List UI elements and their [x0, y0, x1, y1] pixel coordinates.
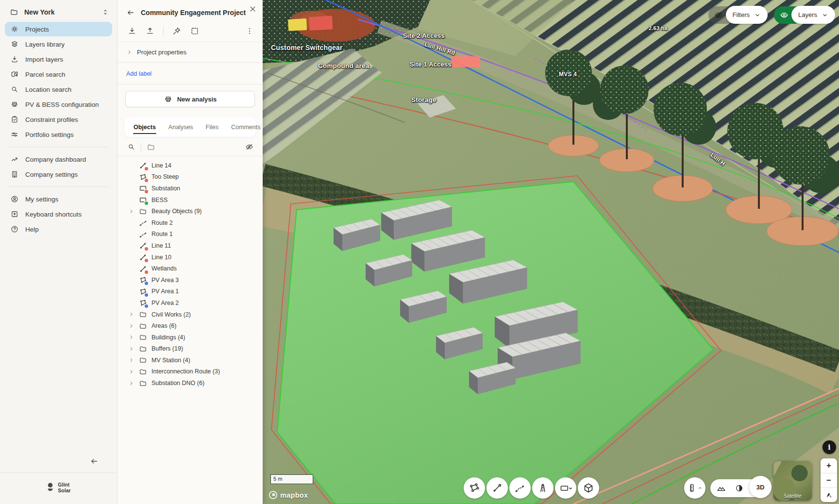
- object-label: Route 1: [151, 231, 173, 237]
- sidebar-nav-company: Company dashboard Company settings: [0, 151, 117, 182]
- unfold-more-icon[interactable]: [101, 8, 109, 16]
- sidebar-nav-item[interactable]: PV & BESS configuration: [5, 97, 112, 112]
- more-options-button[interactable]: [245, 27, 254, 35]
- contrast-icon[interactable]: [735, 484, 744, 493]
- sidebar-nav-item[interactable]: Parcel search: [5, 67, 112, 82]
- collapse-sidebar-button[interactable]: [90, 457, 99, 466]
- object-row[interactable]: Line 10: [117, 252, 263, 263]
- object-row[interactable]: Civil Works (2): [117, 309, 263, 320]
- object-row[interactable]: Beauty Objects (9): [117, 205, 263, 217]
- nav-item-icon: [10, 85, 19, 94]
- download-button[interactable]: [127, 26, 137, 36]
- sidebar-nav-item[interactable]: Help: [5, 222, 112, 236]
- object-row[interactable]: Buffers (19): [117, 343, 263, 355]
- chevron-right-icon[interactable]: [128, 369, 134, 375]
- map-annotation-label[interactable]: Storage: [411, 96, 436, 103]
- object-row[interactable]: Line 14: [117, 160, 263, 171]
- object-row[interactable]: Route 2: [117, 217, 263, 229]
- draw-line-button[interactable]: [487, 477, 508, 499]
- panel-tab[interactable]: Comments: [225, 118, 267, 137]
- object-label: Areas (6): [151, 322, 176, 329]
- map-annotation-label[interactable]: Site 2 Access: [403, 32, 445, 39]
- sidebar-nav-item[interactable]: Company dashboard: [5, 152, 112, 167]
- sidebar-nav-item[interactable]: Layers library: [5, 37, 112, 51]
- panel-tab[interactable]: Files: [200, 118, 225, 137]
- nav-item-label: Import layers: [25, 56, 63, 63]
- new-folder-icon[interactable]: [147, 143, 155, 151]
- object-row[interactable]: Substation DNO (6): [117, 377, 263, 389]
- select-area-button[interactable]: [190, 26, 200, 36]
- map-annotation-label[interactable]: MVS 4: [559, 71, 577, 78]
- sidebar-nav-item[interactable]: Constraint profiles: [5, 112, 112, 127]
- object-row[interactable]: PV Area 3: [117, 274, 263, 286]
- back-icon[interactable]: [126, 8, 135, 17]
- sidebar-nav-item[interactable]: Location search: [5, 82, 112, 97]
- compass-button[interactable]: [821, 487, 837, 502]
- pin-button[interactable]: [172, 26, 182, 36]
- sidebar-nav-item[interactable]: Portfolio settings: [5, 127, 112, 142]
- draw-road-button[interactable]: [532, 477, 554, 499]
- nav-item-icon: [10, 55, 19, 64]
- chevron-right-icon[interactable]: [128, 323, 134, 329]
- add-label-link[interactable]: Add label: [126, 70, 151, 77]
- sidebar-nav-item[interactable]: My settings: [5, 192, 112, 206]
- panel-tab[interactable]: Analyses: [162, 118, 200, 137]
- map-annotation-label[interactable]: Compound area: [318, 62, 369, 69]
- object-label: Beauty Objects (9): [151, 208, 202, 215]
- object-row[interactable]: MV Station (4): [117, 354, 263, 366]
- zoom-in-button[interactable]: +: [821, 458, 837, 473]
- chevron-right-icon[interactable]: [128, 208, 134, 215]
- chevron-right-icon[interactable]: [128, 311, 134, 318]
- sidebar-nav-item[interactable]: Import layers: [5, 52, 112, 67]
- chevron-right-icon[interactable]: [128, 334, 134, 340]
- object-type-icon: [139, 356, 147, 364]
- zoom-out-button[interactable]: −: [821, 473, 837, 487]
- filters-control-group: Filters: [708, 6, 768, 24]
- workspace-switcher[interactable]: New York: [0, 5, 117, 21]
- object-row[interactable]: Substation: [117, 183, 263, 194]
- layers-dropdown[interactable]: Layers: [791, 6, 835, 24]
- object-row[interactable]: PV Area 2: [117, 297, 263, 309]
- tab-label: Comments: [231, 124, 260, 131]
- map-annotation-label[interactable]: 2.63 ha: [649, 25, 668, 31]
- new-analysis-button[interactable]: New analysis: [125, 91, 255, 107]
- filters-dropdown[interactable]: Filters: [726, 6, 768, 24]
- draw-route-button[interactable]: [509, 477, 531, 499]
- chevron-right-icon[interactable]: [128, 357, 134, 363]
- map-canvas[interactable]: Customer Switchgear Site 2 Access Lull H…: [263, 0, 839, 504]
- object-row[interactable]: Route 1: [117, 229, 263, 240]
- hide-all-icon[interactable]: [245, 142, 254, 151]
- upload-button[interactable]: [145, 26, 155, 36]
- draw-3d-object-button[interactable]: [578, 477, 599, 499]
- object-row[interactable]: Interconnection Route (3): [117, 366, 263, 378]
- object-row[interactable]: PV Area 1: [117, 286, 263, 298]
- panel-tab[interactable]: Objects: [127, 118, 162, 137]
- sidebar-nav-item[interactable]: Projects: [5, 22, 112, 36]
- mapbox-attribution[interactable]: mapbox: [268, 490, 308, 500]
- workspace-name: New York: [24, 8, 55, 16]
- close-panel-button[interactable]: [247, 3, 259, 15]
- object-row[interactable]: Wetlands: [117, 263, 263, 274]
- draw-rectangle-button[interactable]: [555, 477, 576, 499]
- object-row[interactable]: Areas (6): [117, 320, 263, 332]
- toggle-3d-button[interactable]: 3D: [749, 476, 772, 498]
- map-annotation-label[interactable]: Customer Switchgear: [271, 44, 343, 51]
- object-row[interactable]: Line 11: [117, 240, 263, 252]
- line-icon: [491, 482, 503, 494]
- map-annotation-label[interactable]: Site 1 Access: [410, 61, 452, 68]
- terrain-icon[interactable]: [716, 483, 726, 493]
- sidebar-nav-item[interactable]: Company settings: [5, 167, 112, 182]
- search-icon[interactable]: [127, 143, 135, 151]
- measure-button[interactable]: [684, 477, 705, 499]
- chevron-right-icon[interactable]: [128, 346, 134, 352]
- nav-item-icon: [10, 115, 19, 124]
- project-properties-toggle[interactable]: Project properties: [117, 42, 263, 62]
- chevron-right-icon[interactable]: [128, 380, 134, 386]
- object-row[interactable]: Too Steep: [117, 171, 263, 183]
- object-row[interactable]: Buildings (4): [117, 332, 263, 343]
- object-row[interactable]: BESS: [117, 194, 263, 206]
- map-info-button[interactable]: i: [822, 440, 836, 454]
- sidebar-nav-item[interactable]: Keyboard shortcuts: [5, 207, 112, 221]
- basemap-switcher[interactable]: Satellite: [773, 461, 812, 501]
- draw-polygon-button[interactable]: [464, 477, 485, 499]
